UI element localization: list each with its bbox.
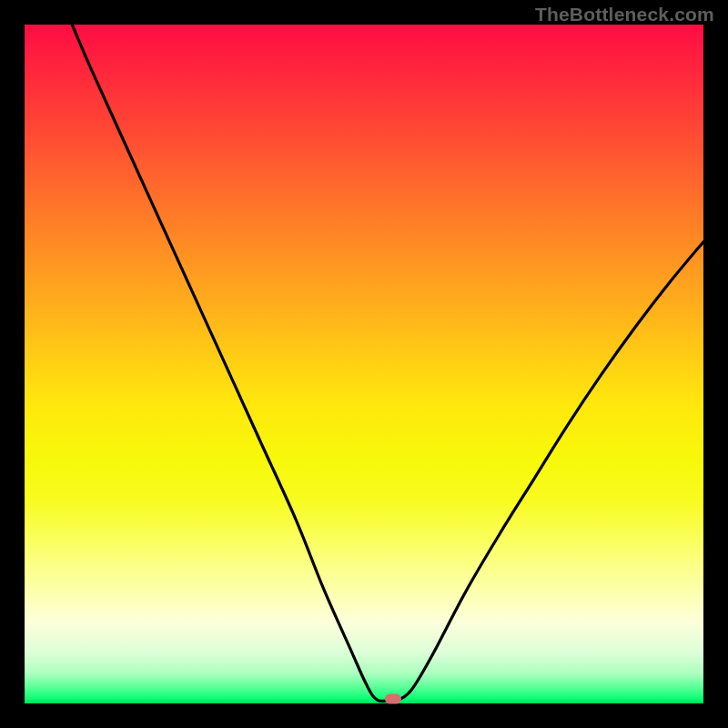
optimal-point-marker: [385, 693, 401, 703]
watermark-text: TheBottleneck.com: [535, 4, 714, 25]
chart-container: TheBottleneck.com: [0, 0, 728, 728]
plot-area: [25, 25, 703, 703]
